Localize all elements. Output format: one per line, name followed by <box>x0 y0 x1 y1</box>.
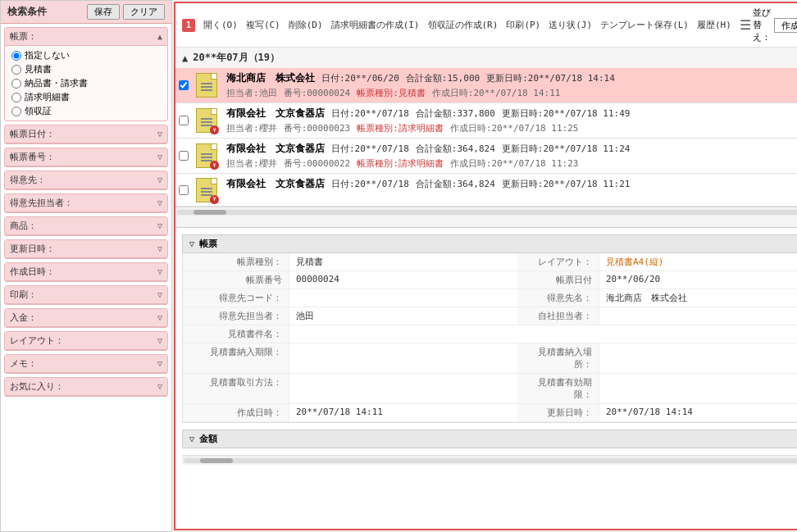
chevron-down-icon-product[interactable]: ▽ <box>157 221 162 230</box>
sidebar-section-customer-staff-header[interactable]: 得意先担当者： ▽ <box>5 194 167 212</box>
sort-select[interactable]: 作成日時 更新日時 帳票日付 <box>774 18 797 33</box>
chevron-down-icon-customer[interactable]: ▽ <box>157 175 162 184</box>
chevron-down-icon-memo[interactable]: ▽ <box>157 359 162 368</box>
detail-value-ticket-date: 20**/06/20 <box>599 271 797 289</box>
detail-collapse-arrow-icon[interactable]: ▽ <box>189 239 194 248</box>
sidebar-section-product-header[interactable]: 商品： ▽ <box>5 217 167 235</box>
chevron-up-icon[interactable]: ▲ <box>157 32 162 41</box>
save-button[interactable]: 保存 <box>87 4 120 20</box>
detail-scrollbar-thumb[interactable] <box>200 458 233 463</box>
chevron-down-icon-payment[interactable]: ▽ <box>157 313 162 322</box>
list-item-checkbox-3[interactable] <box>175 139 192 173</box>
scrollbar-thumb[interactable] <box>194 210 226 215</box>
sidebar-section-payment-label: 入金： <box>10 311 37 324</box>
detail-section-amount-header[interactable]: ▽ 金額 <box>182 430 797 448</box>
menu-template[interactable]: テンプレート保存(L) <box>597 17 692 33</box>
chevron-down-icon-updated[interactable]: ▽ <box>157 244 162 253</box>
checkbox-1[interactable] <box>179 80 189 90</box>
radio-item-estimate[interactable]: 見積書 <box>11 63 161 75</box>
sidebar-section-updated-header[interactable]: 更新日時： ▽ <box>5 240 167 258</box>
menu-delete[interactable]: 削除(D) <box>285 17 326 33</box>
list-item-row1-3: 有限会社 文京食器店 日付:20**/07/18 合計金額:364,824 更新… <box>226 142 797 156</box>
list-item-icon-3: ¥ <box>192 139 221 173</box>
menu-open[interactable]: 開く(O) <box>200 17 241 33</box>
sidebar-section-layout-header[interactable]: レイアウト： ▽ <box>5 332 167 350</box>
detail-label-estimate-validity: 見積書有効期限： <box>517 374 599 403</box>
list-item-icon-2: ¥ <box>192 103 221 138</box>
list-item-4[interactable]: ¥ 有限会社 文京食器店 日付:20**/07/18 合計金額:364,824 … <box>175 174 797 207</box>
collapse-arrow-icon[interactable]: ▲ <box>182 52 188 64</box>
list-item[interactable]: 海北商店 株式会社 日付:20**/06/20 合計金額:15,000 更新日時… <box>175 68 797 103</box>
list-item-row2-3: 担当者:櫻井 番号:00000022 帳票種別:請求明細書 作成日時:20**/… <box>226 157 797 170</box>
sidebar-section-ticket-type-header[interactable]: 帳票： ▲ <box>5 28 167 46</box>
menu-print[interactable]: 印刷(P) <box>503 17 544 33</box>
detail-row-7: 見積書取引方法： 見積書有効期限： <box>183 374 797 404</box>
chevron-down-icon-customer-staff[interactable]: ▽ <box>157 198 162 207</box>
scrollbar-track[interactable] <box>177 210 797 215</box>
radio-estimate[interactable] <box>11 65 21 75</box>
chevron-down-icon-date[interactable]: ▽ <box>157 130 162 139</box>
radio-item-receipt[interactable]: 領収証 <box>11 105 161 117</box>
sidebar-section-favorite-header[interactable]: お気に入り： ▽ <box>5 378 167 396</box>
sidebar-title: 検索条件 <box>7 5 47 19</box>
menu-history[interactable]: 履歴(H) <box>694 17 735 33</box>
sidebar-section-created-header[interactable]: 作成日時： ▽ <box>5 263 167 281</box>
list-item-updated-2: 更新日時:20**/07/18 11:49 <box>502 107 631 120</box>
sidebar-section-ticket-number-header[interactable]: 帳票番号： ▽ <box>5 148 167 166</box>
list-item-total-2: 合計金額:337,800 <box>416 107 495 120</box>
list-item-checkbox-4[interactable] <box>175 174 192 206</box>
list-item-date-3: 日付:20**/07/18 <box>331 143 409 155</box>
checkbox-3[interactable] <box>179 151 189 161</box>
menu-invoice-detail[interactable]: 請求明細書の作成(I) <box>328 17 423 33</box>
detail-value-estimate-validity <box>599 374 797 403</box>
detail-label-own-staff: 自社担当者： <box>517 307 599 325</box>
radio-none[interactable] <box>11 51 21 61</box>
radio-receipt[interactable] <box>11 107 21 116</box>
chevron-down-icon-created[interactable]: ▽ <box>157 267 162 276</box>
checkbox-4[interactable] <box>179 185 189 195</box>
list-item-2[interactable]: ¥ 有限会社 文京食器店 日付:20**/07/18 合計金額:337,800 … <box>175 103 797 139</box>
radio-item-delivery[interactable]: 納品書・請求書 <box>11 77 161 89</box>
detail-half-6b: 見積書納入場所： <box>517 343 797 373</box>
list-item-checkbox-2[interactable] <box>175 103 192 138</box>
radio-label-estimate: 見積書 <box>25 63 52 75</box>
detail-value-estimate-method <box>289 374 517 403</box>
menu-shipping[interactable]: 送り状(J) <box>545 17 595 33</box>
detail-label-customer-code: 得意先コード： <box>183 289 289 307</box>
detail-scrollbar-track[interactable] <box>184 458 797 463</box>
list-item-checkbox-1[interactable] <box>175 68 192 102</box>
menu-more-icon[interactable]: ☰ <box>740 17 751 33</box>
radio-label-delivery: 納品書・請求書 <box>25 77 88 89</box>
radio-item-invoice-detail[interactable]: 請求明細書 <box>11 91 161 103</box>
chevron-down-icon-layout[interactable]: ▽ <box>157 336 162 345</box>
radio-delivery[interactable] <box>11 79 21 89</box>
detail-amount-collapse-arrow-icon[interactable]: ▽ <box>189 434 194 443</box>
sidebar-section-customer-header[interactable]: 得意先： ▽ <box>5 171 167 189</box>
menu-receipt-create[interactable]: 領収証の作成(R) <box>425 17 502 33</box>
checkbox-2[interactable] <box>179 116 189 125</box>
radio-invoice-detail[interactable] <box>11 93 21 102</box>
radio-item-none[interactable]: 指定しない <box>11 49 161 61</box>
list-item-rows-1: 海北商店 株式会社 日付:20**/06/20 合計金額:15,000 更新日時… <box>221 68 797 102</box>
list-item-3[interactable]: ¥ 有限会社 文京食器店 日付:20**/07/18 合計金額:364,824 … <box>175 139 797 174</box>
sidebar-section-payment-header[interactable]: 入金： ▽ <box>5 309 167 327</box>
chevron-down-icon-number[interactable]: ▽ <box>157 152 162 161</box>
detail-section-ticket-header[interactable]: ▽ 帳票 <box>182 234 797 253</box>
detail-horizontal-scrollbar[interactable] <box>182 455 797 465</box>
detail-value-estimate-name <box>289 325 517 343</box>
sidebar-section-print-header[interactable]: 印刷： ▽ <box>5 286 167 304</box>
chevron-down-icon-print[interactable]: ▽ <box>157 290 162 299</box>
sidebar-section-layout-label: レイアウト： <box>10 334 64 347</box>
sidebar-section-memo-header[interactable]: メモ： ▽ <box>5 355 167 373</box>
horizontal-scrollbar[interactable] <box>175 207 797 216</box>
chevron-down-icon-favorite[interactable]: ▽ <box>157 382 162 391</box>
detail-label-estimate-location: 見積書納入場所： <box>517 343 599 373</box>
list-item-number-1: 番号:00000024 <box>284 87 351 99</box>
menu-copy[interactable]: 複写(C) <box>243 17 284 33</box>
clear-button[interactable]: クリア <box>123 4 165 20</box>
detail-label-estimate-method: 見積書取引方法： <box>183 374 289 403</box>
detail-label-estimate-deadline: 見積書納入期限： <box>183 343 289 373</box>
sidebar-section-ticket-date-header[interactable]: 帳票日付： ▽ <box>5 125 167 143</box>
detail-half-4b: 自社担当者： <box>517 307 797 325</box>
list-area[interactable]: ▲ 20**年07月（19） <box>175 48 797 228</box>
